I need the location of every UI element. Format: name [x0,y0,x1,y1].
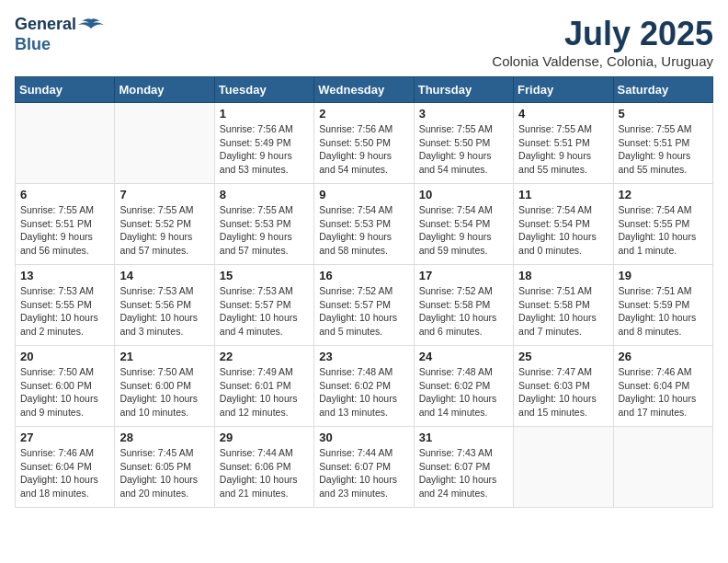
logo-bird-icon [78,17,104,32]
day-number: 19 [619,269,708,282]
day-info: Sunrise: 7:45 AMSunset: 6:05 PMDaylight:… [119,446,209,500]
week-row-1: 1Sunrise: 7:56 AMSunset: 5:49 PMDaylight… [16,103,713,184]
day-cell-w2-d2: 7Sunrise: 7:55 AMSunset: 5:52 PMDaylight… [115,184,214,265]
day-info: Sunrise: 7:56 AMSunset: 5:50 PMDaylight:… [319,122,408,177]
day-info: Sunrise: 7:55 AMSunset: 5:53 PMDaylight:… [220,203,309,258]
day-number: 9 [319,188,408,201]
header-friday: Friday [514,77,613,103]
day-cell-w2-d4: 9Sunrise: 7:54 AMSunset: 5:53 PMDaylight… [314,184,414,265]
day-cell-w5-d6 [514,427,613,508]
day-number: 7 [119,188,209,201]
day-info: Sunrise: 7:51 AMSunset: 5:58 PMDaylight:… [518,284,608,339]
day-cell-w3-d4: 16Sunrise: 7:52 AMSunset: 5:57 PMDayligh… [314,265,414,346]
day-info: Sunrise: 7:53 AMSunset: 5:56 PMDaylight:… [119,284,209,339]
header-thursday: Thursday [414,77,513,103]
header-monday: Monday [115,77,214,103]
day-number: 11 [518,188,608,201]
calendar-table: Sunday Monday Tuesday Wednesday Thursday… [15,76,713,508]
week-row-4: 20Sunrise: 7:50 AMSunset: 6:00 PMDayligh… [16,346,713,427]
day-cell-w2-d1: 6Sunrise: 7:55 AMSunset: 5:51 PMDaylight… [16,184,115,265]
day-cell-w1-d2 [115,103,214,184]
day-cell-w4-d7: 26Sunrise: 7:46 AMSunset: 6:04 PMDayligh… [613,346,712,427]
header-wednesday: Wednesday [314,77,414,103]
day-info: Sunrise: 7:54 AMSunset: 5:54 PMDaylight:… [518,203,608,258]
day-number: 30 [319,431,408,444]
day-number: 26 [619,350,708,363]
day-number: 3 [419,107,508,121]
day-cell-w2-d7: 12Sunrise: 7:54 AMSunset: 5:55 PMDayligh… [613,184,712,265]
day-cell-w5-d2: 28Sunrise: 7:45 AMSunset: 6:05 PMDayligh… [115,427,214,508]
title-section: July 2025 Colonia Valdense, Colonia, Uru… [492,15,713,69]
day-number: 6 [20,188,109,201]
day-number: 14 [119,269,209,282]
day-number: 16 [319,269,408,282]
day-cell-w5-d3: 29Sunrise: 7:44 AMSunset: 6:06 PMDayligh… [214,427,313,508]
day-number: 31 [419,431,508,444]
day-info: Sunrise: 7:54 AMSunset: 5:55 PMDaylight:… [619,203,708,258]
day-info: Sunrise: 7:50 AMSunset: 6:00 PMDaylight:… [119,365,209,419]
day-info: Sunrise: 7:53 AMSunset: 5:57 PMDaylight:… [220,284,309,339]
day-info: Sunrise: 7:44 AMSunset: 6:06 PMDaylight:… [220,446,309,500]
day-cell-w1-d6: 4Sunrise: 7:55 AMSunset: 5:51 PMDaylight… [514,103,613,184]
day-info: Sunrise: 7:52 AMSunset: 5:57 PMDaylight:… [319,284,408,339]
page-header: General Blue July 2025 Colonia Valdense,… [15,15,713,69]
day-info: Sunrise: 7:44 AMSunset: 6:07 PMDaylight:… [319,446,408,500]
day-number: 17 [419,269,508,282]
day-cell-w3-d3: 15Sunrise: 7:53 AMSunset: 5:57 PMDayligh… [214,265,313,346]
day-number: 20 [20,350,109,363]
day-cell-w3-d2: 14Sunrise: 7:53 AMSunset: 5:56 PMDayligh… [115,265,214,346]
day-number: 4 [518,107,608,121]
day-cell-w2-d5: 10Sunrise: 7:54 AMSunset: 5:54 PMDayligh… [414,184,513,265]
day-number: 27 [20,431,109,444]
day-cell-w4-d4: 23Sunrise: 7:48 AMSunset: 6:02 PMDayligh… [314,346,414,427]
day-info: Sunrise: 7:53 AMSunset: 5:55 PMDaylight:… [20,284,109,339]
week-row-2: 6Sunrise: 7:55 AMSunset: 5:51 PMDaylight… [16,184,713,265]
day-cell-w4-d2: 21Sunrise: 7:50 AMSunset: 6:00 PMDayligh… [115,346,214,427]
day-number: 2 [319,107,408,121]
day-info: Sunrise: 7:48 AMSunset: 6:02 PMDaylight:… [419,365,508,419]
day-number: 8 [220,188,309,201]
day-info: Sunrise: 7:49 AMSunset: 6:01 PMDaylight:… [220,365,309,419]
day-cell-w4-d1: 20Sunrise: 7:50 AMSunset: 6:00 PMDayligh… [16,346,115,427]
logo: General Blue [15,15,104,54]
week-row-5: 27Sunrise: 7:46 AMSunset: 6:04 PMDayligh… [16,427,713,508]
day-cell-w5-d7 [613,427,712,508]
day-cell-w5-d5: 31Sunrise: 7:43 AMSunset: 6:07 PMDayligh… [414,427,513,508]
day-number: 12 [619,188,708,201]
day-cell-w3-d1: 13Sunrise: 7:53 AMSunset: 5:55 PMDayligh… [16,265,115,346]
day-info: Sunrise: 7:48 AMSunset: 6:02 PMDaylight:… [319,365,408,419]
day-cell-w1-d4: 2Sunrise: 7:56 AMSunset: 5:50 PMDaylight… [314,103,414,184]
day-number: 5 [619,107,708,121]
day-info: Sunrise: 7:47 AMSunset: 6:03 PMDaylight:… [518,365,608,419]
day-info: Sunrise: 7:54 AMSunset: 5:54 PMDaylight:… [419,203,508,258]
day-info: Sunrise: 7:52 AMSunset: 5:58 PMDaylight:… [419,284,508,339]
day-cell-w4-d5: 24Sunrise: 7:48 AMSunset: 6:02 PMDayligh… [414,346,513,427]
day-info: Sunrise: 7:43 AMSunset: 6:07 PMDaylight:… [419,446,508,500]
logo-text: General Blue [15,15,104,54]
day-number: 28 [119,431,209,444]
day-number: 13 [20,269,109,282]
day-cell-w3-d6: 18Sunrise: 7:51 AMSunset: 5:58 PMDayligh… [514,265,613,346]
day-info: Sunrise: 7:55 AMSunset: 5:50 PMDaylight:… [419,122,508,177]
day-number: 22 [220,350,309,363]
day-cell-w3-d5: 17Sunrise: 7:52 AMSunset: 5:58 PMDayligh… [414,265,513,346]
day-number: 21 [119,350,209,363]
day-cell-w3-d7: 19Sunrise: 7:51 AMSunset: 5:59 PMDayligh… [613,265,712,346]
day-info: Sunrise: 7:55 AMSunset: 5:51 PMDaylight:… [619,122,708,177]
day-number: 18 [518,269,608,282]
day-cell-w4-d6: 25Sunrise: 7:47 AMSunset: 6:03 PMDayligh… [514,346,613,427]
day-cell-w5-d4: 30Sunrise: 7:44 AMSunset: 6:07 PMDayligh… [314,427,414,508]
day-cell-w1-d3: 1Sunrise: 7:56 AMSunset: 5:49 PMDaylight… [214,103,313,184]
day-number: 1 [220,107,309,121]
location-subtitle: Colonia Valdense, Colonia, Uruguay [492,53,713,69]
day-number: 24 [419,350,508,363]
day-cell-w2-d6: 11Sunrise: 7:54 AMSunset: 5:54 PMDayligh… [514,184,613,265]
header-saturday: Saturday [613,77,712,103]
week-row-3: 13Sunrise: 7:53 AMSunset: 5:55 PMDayligh… [16,265,713,346]
day-cell-w1-d7: 5Sunrise: 7:55 AMSunset: 5:51 PMDaylight… [613,103,712,184]
day-number: 10 [419,188,508,201]
day-info: Sunrise: 7:46 AMSunset: 6:04 PMDaylight:… [619,365,708,419]
day-cell-w5-d1: 27Sunrise: 7:46 AMSunset: 6:04 PMDayligh… [16,427,115,508]
day-info: Sunrise: 7:55 AMSunset: 5:51 PMDaylight:… [20,203,109,258]
calendar-header-row: Sunday Monday Tuesday Wednesday Thursday… [16,77,713,103]
